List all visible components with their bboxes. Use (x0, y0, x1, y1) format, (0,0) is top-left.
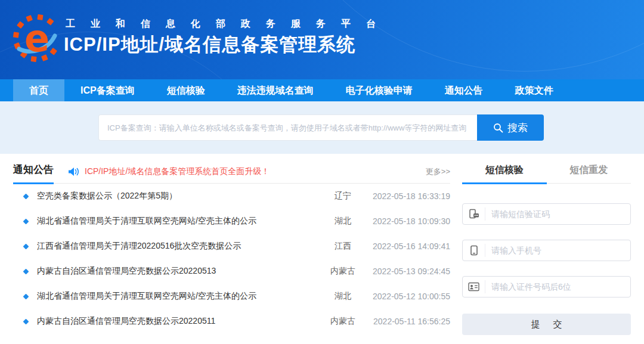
notice-title[interactable]: 江西省通信管理局关于清理20220516批次空壳数据公示 (37, 241, 317, 252)
nav-item-illegal-domain[interactable]: 违法违规域名查询 (221, 79, 330, 101)
notice-province: 内蒙古 (317, 316, 369, 327)
notice-province: 内蒙古 (317, 266, 369, 277)
nav-item-home[interactable]: 首页 (13, 79, 64, 101)
notice-date: 2022-05-16 14:09:41 (369, 241, 450, 251)
announcement-marquee: ICP/IP地址/域名信息备案管理系统首页全面升级！ (68, 166, 270, 177)
id-card-icon (463, 280, 485, 293)
search-icon (493, 123, 503, 133)
notice-title[interactable]: 内蒙古自治区通信管理局空壳数据公示20220513 (37, 266, 317, 277)
main-nav: 首页 ICP备案查询 短信核验 违法违规域名查询 电子化核验申请 通知公告 政策… (0, 79, 644, 101)
sms-code-icon (463, 207, 485, 221)
miit-icp-logo-icon: e (13, 13, 61, 63)
megaphone-icon (68, 167, 79, 176)
notice-date: 2022-05-12 10:00:55 (369, 292, 450, 301)
notice-date: 2022-05-18 10:09:30 (369, 216, 450, 226)
diamond-bullet-icon (23, 218, 29, 224)
sms-tabs: 短信核验 短信重发 (462, 160, 631, 184)
diamond-bullet-icon (23, 293, 29, 299)
notice-row[interactable]: 内蒙古自治区通信管理局空壳数据公示20220511 内蒙古 2022-05-11… (13, 309, 450, 334)
platform-title: 工业和信息化部政务服务平台 (66, 18, 391, 30)
notice-title[interactable]: 湖北省通信管理局关于清理互联网空壳网站/空壳主体的公示 (37, 216, 317, 227)
mobile-icon (463, 244, 485, 257)
tab-sms-verify[interactable]: 短信核验 (462, 160, 547, 184)
svg-text:e: e (24, 17, 49, 60)
notices-section: 通知公告 ICP/IP地址/域名信息备案管理系统首页全面升级！ 更多>> 空壳类… (13, 160, 450, 335)
notice-row[interactable]: 湖北省通信管理局关于清理互联网空壳网站/空壳主体的公示 湖北 2022-05-1… (13, 209, 450, 234)
notice-province: 湖北 (317, 216, 369, 227)
diamond-bullet-icon (23, 318, 29, 324)
notice-row[interactable]: 湖北省通信管理局关于清理互联网空壳网站/空壳主体的公示 湖北 2022-05-1… (13, 284, 450, 309)
sms-verify-panel: 短信核验 短信重发 (462, 160, 631, 335)
mobile-number-input[interactable] (485, 241, 630, 260)
main-content: 通知公告 ICP/IP地址/域名信息备案管理系统首页全面升级！ 更多>> 空壳类… (0, 154, 644, 335)
site-header: e 工业和信息化部政务服务平台 ICP/IP地址/域名信息备案管理系统 (0, 0, 644, 79)
id-number-input[interactable] (485, 277, 630, 296)
submit-button[interactable]: 提 交 (462, 314, 631, 335)
notice-province: 辽宁 (317, 191, 369, 202)
notice-title[interactable]: 湖北省通信管理局关于清理互联网空壳网站/空壳主体的公示 (37, 291, 317, 302)
notice-row[interactable]: 内蒙古自治区通信管理局空壳数据公示20220513 内蒙古 2022-05-13… (13, 259, 450, 284)
search-button-label: 搜索 (507, 121, 528, 135)
icp-search-input[interactable] (98, 114, 477, 141)
nav-item-notices[interactable]: 通知公告 (429, 79, 499, 101)
announcement-text[interactable]: ICP/IP地址/域名信息备案管理系统首页全面升级！ (85, 166, 270, 177)
notice-title[interactable]: 空壳类备案数据公示（2022年第5期） (37, 191, 317, 202)
notice-province: 湖北 (317, 291, 369, 302)
sms-form: 提 交 (462, 184, 631, 335)
id-number-field-wrap (462, 276, 631, 297)
search-section: 搜索 (0, 101, 644, 154)
diamond-bullet-icon (23, 243, 29, 249)
sms-code-field-wrap (462, 203, 631, 225)
notice-date: 2022-05-18 16:33:19 (369, 191, 450, 201)
tab-sms-resend[interactable]: 短信重发 (547, 160, 631, 184)
notice-date: 2022-05-11 16:56:25 (369, 317, 450, 326)
nav-item-icp-query[interactable]: ICP备案查询 (64, 79, 151, 101)
notice-row[interactable]: 空壳类备案数据公示（2022年第5期） 辽宁 2022-05-18 16:33:… (13, 184, 450, 209)
notice-date: 2022-05-13 09:24:45 (369, 266, 450, 276)
notice-title[interactable]: 内蒙古自治区通信管理局空壳数据公示20220511 (37, 316, 317, 327)
diamond-bullet-icon (23, 268, 29, 274)
notice-province: 江西 (317, 241, 369, 252)
system-title: ICP/IP地址/域名信息备案管理系统 (64, 32, 355, 57)
mobile-field-wrap (462, 240, 631, 261)
more-link[interactable]: 更多>> (426, 166, 450, 177)
notices-section-title: 通知公告 (13, 160, 54, 184)
sms-code-input[interactable] (485, 204, 630, 224)
diamond-bullet-icon (23, 193, 29, 199)
nav-item-e-verify-apply[interactable]: 电子化核验申请 (330, 79, 429, 101)
notices-header: 通知公告 ICP/IP地址/域名信息备案管理系统首页全面升级！ 更多>> (13, 160, 450, 184)
notice-row[interactable]: 江西省通信管理局关于清理20220516批次空壳数据公示 江西 2022-05-… (13, 234, 450, 259)
search-button[interactable]: 搜索 (477, 114, 544, 141)
nav-item-policy-files[interactable]: 政策文件 (499, 79, 569, 101)
nav-item-sms-verify[interactable]: 短信核验 (151, 79, 221, 101)
